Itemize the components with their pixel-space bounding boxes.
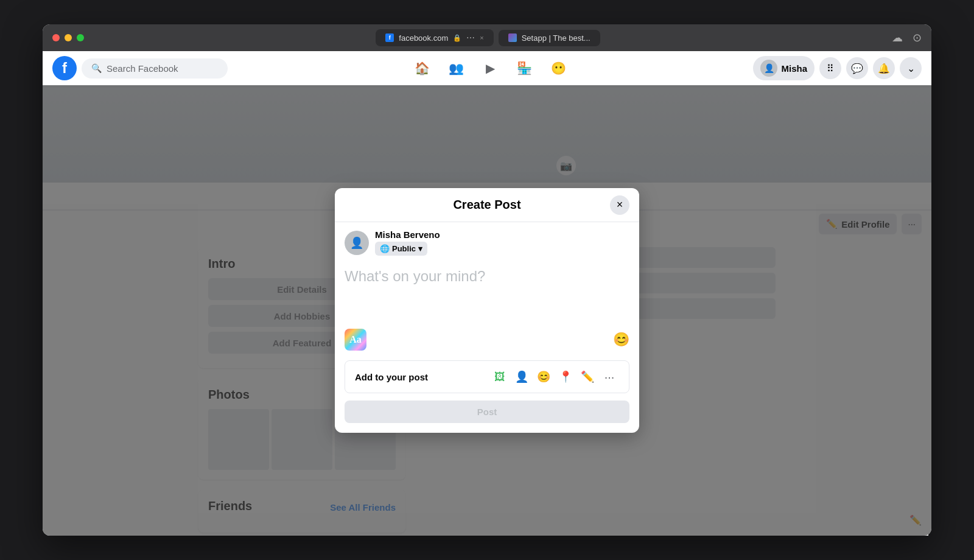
- title-bar: f facebook.com 🔒 ⋯ × Setapp | The best..…: [43, 24, 931, 51]
- notifications-button[interactable]: 🔔: [873, 57, 895, 79]
- facebook-favicon: f: [385, 33, 394, 42]
- navbar-username: Misha: [781, 63, 807, 74]
- traffic-lights: [52, 34, 84, 41]
- audience-label: Public: [392, 244, 416, 253]
- more-options-button[interactable]: ···: [600, 367, 619, 387]
- add-photo-button[interactable]: 🖼: [490, 367, 510, 387]
- setapp-tab-label: Setapp | The best...: [522, 33, 590, 43]
- audience-selector[interactable]: 🌐 Public ▾: [375, 242, 427, 256]
- add-to-post-icons: 🖼 👤 😊 📍 ✏️ ···: [490, 367, 619, 387]
- close-traffic-light[interactable]: [52, 34, 60, 41]
- post-tools-row: Aa 😊: [345, 324, 629, 355]
- add-to-post-label: Add to your post: [355, 372, 428, 382]
- facebook-navbar: f 🔍 Search Facebook 🏠 👥 ▶ 🏪 😶 👤 Misha ⠿ …: [43, 51, 931, 85]
- user-profile-chip[interactable]: 👤 Misha: [753, 56, 815, 80]
- nav-home-icon[interactable]: 🏠: [408, 54, 437, 83]
- modal-header: Create Post ×: [335, 188, 639, 222]
- active-browser-tab[interactable]: f facebook.com 🔒 ⋯ ×: [376, 29, 493, 46]
- lock-icon: 🔒: [453, 34, 461, 42]
- tab-options-icon: ⋯: [466, 33, 475, 43]
- post-button-area: Post: [345, 393, 629, 425]
- gif-button[interactable]: ✏️: [578, 367, 597, 387]
- apps-grid-button[interactable]: ⠿: [819, 57, 841, 79]
- browser-window-actions: ☁ ⊙: [892, 31, 922, 44]
- setapp-favicon: [508, 33, 517, 42]
- search-icon: 🔍: [91, 63, 102, 73]
- tab-domain: facebook.com: [399, 33, 448, 43]
- search-placeholder: Search Facebook: [107, 63, 178, 74]
- main-content: 📷 Misha Berveno Posts About Friends ✏️ E…: [43, 85, 931, 536]
- modal-body: 👤 Misha Berveno 🌐 Public ▾ What's on you…: [335, 222, 639, 433]
- modal-backdrop[interactable]: Create Post × 👤 Misha Berveno 🌐: [43, 85, 931, 536]
- tab-close-icon[interactable]: ×: [480, 34, 483, 41]
- search-bar[interactable]: 🔍 Search Facebook: [82, 58, 228, 79]
- navbar-right: 👤 Misha ⠿ 💬 🔔 ⌄: [753, 56, 922, 80]
- emoji-button[interactable]: 😊: [613, 332, 629, 348]
- audience-chevron-icon: ▾: [418, 244, 422, 253]
- nav-marketplace-icon[interactable]: 🏪: [510, 54, 539, 83]
- download-icon[interactable]: ⊙: [913, 31, 922, 44]
- modal-title: Create Post: [453, 198, 520, 212]
- maximize-traffic-light[interactable]: [77, 34, 84, 41]
- nav-watch-icon[interactable]: ▶: [476, 54, 505, 83]
- post-author-row: 👤 Misha Berveno 🌐 Public ▾: [345, 229, 629, 256]
- nav-friends-icon[interactable]: 👥: [442, 54, 471, 83]
- post-author-name: Misha Berveno: [375, 229, 440, 240]
- background-picker-button[interactable]: Aa: [345, 329, 366, 351]
- tag-people-button[interactable]: 👤: [512, 367, 531, 387]
- close-icon: ×: [617, 198, 623, 211]
- post-button[interactable]: Post: [345, 401, 629, 423]
- modal-close-button[interactable]: ×: [610, 195, 629, 215]
- feeling-activity-button[interactable]: 😊: [534, 367, 553, 387]
- facebook-logo[interactable]: f: [52, 56, 77, 80]
- nav-icons-group: 🏠 👥 ▶ 🏪 😶: [228, 54, 753, 83]
- post-author-avatar: 👤: [345, 231, 369, 255]
- add-to-post-box: Add to your post 🖼 👤 😊 📍 ✏️ ···: [345, 360, 629, 393]
- create-post-modal: Create Post × 👤 Misha Berveno 🌐: [335, 188, 639, 433]
- navbar-avatar: 👤: [760, 60, 777, 77]
- minimize-traffic-light[interactable]: [65, 34, 72, 41]
- cloud-icon[interactable]: ☁: [892, 31, 903, 44]
- messenger-button[interactable]: 💬: [846, 57, 868, 79]
- browser-tab-bar: f facebook.com 🔒 ⋯ × Setapp | The best..…: [94, 29, 882, 46]
- setapp-browser-tab[interactable]: Setapp | The best...: [499, 30, 600, 46]
- post-author-info: Misha Berveno 🌐 Public ▾: [375, 229, 440, 256]
- post-text-input[interactable]: What's on your mind?: [345, 263, 629, 324]
- globe-icon: 🌐: [380, 244, 390, 253]
- account-menu-button[interactable]: ⌄: [900, 57, 922, 79]
- nav-groups-icon[interactable]: 😶: [544, 54, 573, 83]
- checkin-button[interactable]: 📍: [556, 367, 575, 387]
